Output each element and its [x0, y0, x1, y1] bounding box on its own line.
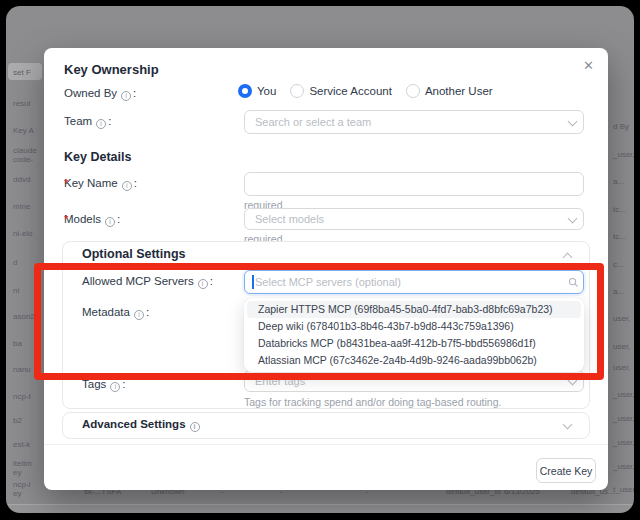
metadata-label: Metadatai:	[82, 306, 149, 320]
close-icon[interactable]: ✕	[583, 58, 594, 73]
background-text-fragment: Key A	[13, 126, 34, 135]
radio-icon[interactable]	[406, 84, 420, 98]
mcp-servers-input[interactable]	[244, 270, 584, 294]
info-icon: i	[121, 91, 131, 101]
radio-label: Another User	[425, 85, 493, 97]
background-text-fragment: ncp-l	[13, 480, 30, 489]
background-text-fragment: ey	[13, 468, 21, 477]
radio-label: Service Account	[309, 85, 391, 97]
search-icon	[568, 277, 579, 288]
create-key-modal: Key Ownership ✕ Owned Byi: YouService Ac…	[44, 48, 608, 490]
optional-settings-heading[interactable]: Optional Settings	[82, 247, 185, 261]
text-cursor	[252, 275, 254, 289]
owned-by-radio-you[interactable]: You	[238, 84, 276, 98]
background-text-fragment: _user,	[613, 414, 634, 423]
tags-helper-text: Tags for tracking spend and/or doing tag…	[244, 396, 501, 408]
background-text-fragment: tc...	[613, 232, 626, 241]
background-text-fragment: ba	[13, 339, 22, 348]
team-select[interactable]	[244, 110, 584, 134]
background-text-fragment: a...	[613, 287, 624, 296]
owned-by-radio-group: YouService AccountAnother User	[238, 84, 493, 98]
radio-label: You	[257, 85, 276, 97]
info-icon: i	[134, 310, 144, 320]
background-text-fragment: est-k	[13, 440, 30, 449]
background-text-fragment: ey	[13, 489, 21, 498]
models-label: *Modelsi:	[64, 213, 120, 227]
info-icon: i	[96, 119, 106, 129]
models-select[interactable]	[244, 208, 584, 230]
info-icon: i	[122, 181, 132, 191]
mcp-servers-dropdown: Zapier HTTPS MCP (69f8ba45-5ba0-4fd7-bab…	[244, 298, 584, 372]
background-text-fragment: user,	[613, 363, 630, 372]
radio-icon[interactable]	[290, 84, 304, 98]
key-details-heading: Key Details	[64, 150, 131, 164]
background-text-fragment: _user,	[613, 150, 634, 159]
background-text-fragment: _user,	[613, 390, 634, 399]
info-icon: i	[198, 279, 208, 289]
info-icon: i	[105, 217, 115, 227]
background-text-fragment: ason2	[13, 312, 35, 321]
advanced-settings-heading: Advanced Settingsi	[82, 418, 202, 432]
mcp-server-option[interactable]: Databricks MCP (b8431bea-aa9f-412b-b7f5-…	[247, 335, 581, 352]
owned-by-label: Owned Byi:	[64, 87, 136, 101]
background-text-fragment: ddvd	[13, 175, 30, 184]
background-text-fragment: itellm	[13, 459, 32, 468]
allowed-mcp-servers-label: Allowed MCP Serversi:	[82, 275, 213, 289]
tags-label: Tagsi:	[82, 378, 126, 392]
background-text-fragment: user,	[613, 342, 630, 351]
panel-divider	[62, 264, 590, 265]
background-text-fragment: claude	[13, 146, 37, 155]
background-text-fragment: tc...	[613, 205, 626, 214]
background-text-fragment: mine	[13, 202, 30, 211]
tags-input[interactable]	[244, 370, 584, 392]
background-text-fragment: b2	[13, 416, 22, 425]
background-text-fragment: user,	[613, 314, 630, 323]
mcp-server-option[interactable]: Zapier HTTPS MCP (69f8ba45-5ba0-4fd7-bab…	[247, 301, 581, 318]
info-icon: i	[190, 422, 200, 432]
background-text-fragment: set F	[13, 68, 31, 77]
background-text-fragment: a...	[613, 177, 624, 186]
background-text-fragment: _user,	[613, 462, 634, 471]
background-text-fragment: resul	[13, 99, 30, 108]
background-text-fragment: t_user,	[613, 485, 634, 494]
dimmed-page-overlay: set FresulKey Aclaudecode-ddvdmineni-elo…	[6, 6, 634, 513]
create-key-button[interactable]: Create Key	[536, 458, 596, 483]
background-text-fragment: ncp-t	[13, 392, 31, 401]
team-label: Teami:	[64, 115, 111, 129]
radio-icon[interactable]	[238, 84, 252, 98]
background-text-fragment: _user,	[613, 438, 634, 447]
mcp-server-option[interactable]: Deep wiki (678401b3-8b46-43b7-b9d8-443c7…	[247, 318, 581, 335]
background-text-fragment: ni-elo	[13, 229, 33, 238]
background-footer-band	[6, 504, 634, 513]
footer-divider	[44, 444, 608, 445]
background-text-fragment: d By	[613, 122, 629, 131]
key-name-input[interactable]	[244, 172, 584, 196]
background-text-fragment: nanu	[13, 365, 31, 374]
owned-by-radio-service-account[interactable]: Service Account	[290, 84, 391, 98]
mcp-server-option[interactable]: Atlassian MCP (67c3462e-2a4b-4d9b-9246-a…	[247, 352, 581, 369]
background-text-fragment: d	[13, 258, 17, 267]
key-name-label: *Key Namei:	[64, 177, 137, 191]
background-text-fragment: code-	[13, 155, 33, 164]
owned-by-radio-another-user[interactable]: Another User	[406, 84, 493, 98]
background-text-fragment: ni	[13, 286, 19, 295]
background-text-fragment: c...	[613, 260, 624, 269]
modal-title: Key Ownership	[64, 62, 159, 77]
info-icon: i	[110, 382, 120, 392]
